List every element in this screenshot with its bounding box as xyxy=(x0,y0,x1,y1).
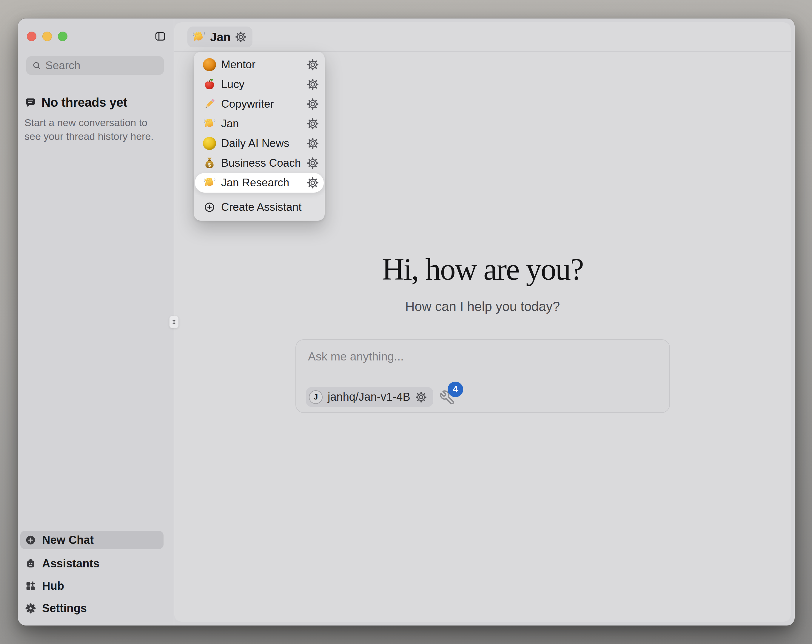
assistant-menu-item-jan[interactable]: Jan xyxy=(195,114,324,134)
main-panel: Jan Mentor Lucy Copywriter xyxy=(174,22,791,622)
menu-separator xyxy=(195,195,323,195)
minimize-button[interactable] xyxy=(43,32,52,41)
sidebar-item-label: Assistants xyxy=(42,557,99,570)
app-window: No threads yet Start a new conversation … xyxy=(18,18,795,626)
model-avatar: J xyxy=(309,390,323,404)
gear-icon[interactable] xyxy=(307,59,319,71)
assistant-menu-item-mentor[interactable]: Mentor xyxy=(195,55,324,75)
sidebar-item-label: Hub xyxy=(42,580,64,592)
plus-circle-outline-icon xyxy=(204,201,215,213)
gear-icon[interactable] xyxy=(307,137,319,149)
main-header: Jan xyxy=(174,22,791,52)
close-button[interactable] xyxy=(27,32,37,41)
assistant-menu-item-daily-ai-news[interactable]: Daily AI News xyxy=(195,134,324,153)
empty-state-description: Start a new conversation to see your thr… xyxy=(24,116,158,143)
sidebar-item-label: Settings xyxy=(42,602,87,615)
sidebar: No threads yet Start a new conversation … xyxy=(18,18,174,626)
create-assistant-button[interactable]: Create Assistant xyxy=(195,198,324,217)
create-assistant-label: Create Assistant xyxy=(221,201,301,213)
gear-icon[interactable] xyxy=(307,118,319,130)
assistant-menu-item-jan-research[interactable]: Jan Research xyxy=(195,173,324,193)
waving-hand-emoji-icon xyxy=(203,117,216,130)
gear-icon[interactable] xyxy=(307,78,319,90)
gear-icon[interactable] xyxy=(307,157,319,169)
robot-clipboard-icon xyxy=(25,558,36,569)
money-bag-emoji-icon xyxy=(203,157,216,170)
orange-circle-emoji-icon xyxy=(203,58,216,71)
plus-circle-icon xyxy=(25,534,36,546)
sidebar-item-assistants[interactable]: Assistants xyxy=(20,554,163,573)
gear-icon xyxy=(25,603,36,614)
assistant-menu-item-label: Copywriter xyxy=(221,98,274,110)
grip-dots-icon xyxy=(172,319,176,325)
waving-hand-emoji-icon xyxy=(192,30,206,44)
assistant-menu-item-label: Mentor xyxy=(221,58,255,71)
empty-state-title: No threads yet xyxy=(41,95,127,110)
assistant-menu-item-business-coach[interactable]: Business Coach xyxy=(195,153,324,173)
search-input[interactable] xyxy=(26,56,164,75)
sidebar-item-new-chat[interactable]: New Chat xyxy=(20,531,163,549)
sidebar-item-settings[interactable]: Settings xyxy=(20,599,163,618)
assistant-menu-item-lucy[interactable]: Lucy xyxy=(195,75,324,94)
chat-bubble-icon xyxy=(24,97,37,108)
tools-count-badge: 4 xyxy=(448,382,463,397)
waving-hand-emoji-icon xyxy=(203,176,216,189)
gear-icon[interactable] xyxy=(307,98,319,110)
assistant-settings-gear-icon[interactable] xyxy=(235,31,246,43)
assistant-menu-item-label: Jan Research xyxy=(221,177,289,189)
greeting-heading: Hi, how are you? xyxy=(174,251,791,287)
model-selector-button[interactable]: J janhq/Jan-v1-4B xyxy=(306,387,433,407)
assistant-menu: Mentor Lucy Copywriter Jan Daily AI News xyxy=(194,52,325,221)
assistant-menu-item-label: Lucy xyxy=(221,78,244,91)
threads-empty-state: No threads yet Start a new conversation … xyxy=(24,95,160,143)
sidebar-toggle-icon xyxy=(154,30,166,42)
model-settings-gear-icon[interactable] xyxy=(415,391,427,403)
assistant-menu-item-label: Jan xyxy=(221,117,239,130)
search-field xyxy=(26,56,164,75)
sidebar-toggle-button[interactable] xyxy=(154,30,166,42)
model-name: janhq/Jan-v1-4B xyxy=(328,391,410,403)
sidebar-item-label: New Chat xyxy=(42,534,94,547)
grid-plus-icon xyxy=(25,580,36,592)
tools-button[interactable]: 4 xyxy=(439,390,455,406)
sidebar-resize-handle[interactable] xyxy=(169,316,179,328)
assistant-menu-item-label: Daily AI News xyxy=(221,137,289,150)
assistant-menu-item-label: Business Coach xyxy=(221,157,301,169)
assistant-name: Jan xyxy=(210,30,230,44)
yellow-circle-emoji-icon xyxy=(203,137,216,150)
gear-icon[interactable] xyxy=(307,177,319,189)
greeting-subtitle: How can I help you today? xyxy=(174,299,791,314)
assistant-menu-item-copywriter[interactable]: Copywriter xyxy=(195,94,324,114)
pencil-emoji-icon xyxy=(203,97,216,111)
composer-card: J janhq/Jan-v1-4B 4 xyxy=(295,339,670,413)
assistant-selector-button[interactable]: Jan xyxy=(188,26,252,47)
sidebar-item-hub[interactable]: Hub xyxy=(20,577,163,595)
red-apple-emoji-icon xyxy=(203,78,216,91)
zoom-button[interactable] xyxy=(58,32,67,41)
